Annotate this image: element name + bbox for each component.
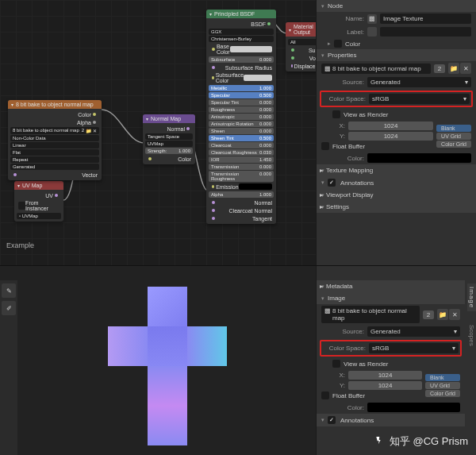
gen-type-buttons[interactable]: Blank UV Grid Color Grid	[436, 125, 471, 148]
socket-label: Color	[78, 112, 91, 118]
node-side-panel: Node Name: ▩ Image Texture Label: ▸ Colo…	[316, 0, 476, 265]
section-texture-mapping[interactable]: ▸ Texture Mapping	[317, 164, 476, 176]
image-field[interactable]: 8 bit bake to object normal map 2📁✕	[10, 127, 99, 134]
node-uv-map[interactable]: UV Map UV From Instancer ▫ UVMap	[14, 181, 63, 222]
float-buffer-checkbox[interactable]	[321, 142, 329, 150]
colorspace-dropdown[interactable]: sRGB▾	[369, 343, 459, 353]
unlink-icon[interactable]: ✕	[449, 309, 460, 320]
socket-label: Displacement	[294, 64, 316, 69]
source-label: Source:	[321, 328, 364, 335]
node-principled-bsdf[interactable]: Principled BSDF BSDF GGX Christensen-Bur…	[206, 10, 276, 224]
colorspace-label: Color Space:	[323, 95, 366, 102]
browse-icon[interactable]: 📁	[437, 309, 448, 320]
gen-blank[interactable]: Blank	[436, 125, 471, 132]
gen-colorgrid[interactable]: Color Grid	[425, 390, 460, 397]
browse-icon[interactable]: 📁	[448, 63, 459, 74]
proj-dropdown[interactable]: Flat	[10, 149, 99, 156]
watermark: 知乎 @CG Prism	[374, 434, 468, 449]
source-dropdown[interactable]: Generated▾	[367, 77, 471, 87]
socket-label: BSDF	[251, 21, 266, 27]
view-as-render-checkbox[interactable]	[332, 110, 340, 118]
section-properties[interactable]: Properties	[317, 49, 476, 61]
node-header[interactable]: 8 bit bake to object normal map	[8, 100, 102, 109]
socket-label: Surface	[309, 48, 316, 53]
colorspace-label: Color Space:	[323, 345, 366, 352]
node-image-texture[interactable]: 8 bit bake to object normal map Color Al…	[8, 100, 102, 180]
section-settings[interactable]: ▸ Settings	[317, 201, 476, 213]
colorspace-highlight: Color Space: sRGB▾	[320, 91, 473, 107]
color-label: Color	[345, 40, 360, 48]
tool-sample[interactable]: ✎	[2, 283, 16, 298]
y-field[interactable]: 1024	[348, 132, 433, 141]
name-field[interactable]: Image Texture	[380, 13, 471, 24]
image-datablock[interactable]: ▩8 bit bake to object normal map	[321, 64, 431, 74]
color-checkbox[interactable]	[334, 40, 342, 48]
x-field[interactable]: 1024	[348, 121, 433, 130]
gen-type-buttons[interactable]: Blank UV Grid Color Grid	[425, 374, 460, 397]
users-count[interactable]: 2	[423, 310, 434, 319]
gen-blank[interactable]: Blank	[425, 374, 460, 381]
section-node[interactable]: Node	[317, 0, 476, 12]
x-label: X:	[321, 122, 345, 129]
users-count[interactable]: 2	[434, 64, 445, 73]
y-field[interactable]: 1024	[348, 381, 422, 390]
uvmap-field[interactable]: UVMap	[145, 141, 193, 147]
section-viewport-display[interactable]: ▸ Viewport Display	[317, 189, 476, 201]
vtab-image[interactable]: Image	[467, 283, 476, 311]
target-dropdown[interactable]: All	[288, 39, 316, 45]
view-as-render-label: View as Render	[344, 361, 388, 368]
sss-dropdown[interactable]: Christensen-Burley	[209, 36, 274, 42]
color-label: Color:	[321, 404, 364, 411]
colorspace-dropdown[interactable]: Non-Color Data	[10, 135, 99, 141]
y-label: Y:	[321, 133, 345, 140]
source-dropdown[interactable]: Generated	[10, 164, 99, 170]
view-as-render-checkbox[interactable]	[332, 360, 340, 368]
section-annotations[interactable]: Annotations	[317, 176, 476, 189]
node-editor[interactable]: UV Map UV From Instancer ▫ UVMap 8 bit b…	[0, 0, 316, 265]
x-label: X:	[321, 372, 345, 379]
source-label: Source:	[321, 79, 364, 86]
from-instancer-checkbox[interactable]	[18, 202, 25, 210]
socket-label: Vector	[82, 172, 98, 178]
interp-dropdown[interactable]: Linear	[10, 142, 99, 148]
color-swatch[interactable]	[367, 153, 471, 163]
node-normal-map[interactable]: Normal Map Normal Tangent Space UVMap St…	[143, 114, 195, 164]
node-material-output[interactable]: Material Output All Surface Volume Displ…	[286, 22, 316, 71]
zhihu-icon	[374, 435, 386, 448]
image-viewport[interactable]: ✎ ✐	[0, 266, 316, 455]
ext-dropdown[interactable]: Repeat	[10, 156, 99, 163]
label-field[interactable]	[380, 27, 471, 37]
strength-slider[interactable]: Strength:1.000	[145, 148, 193, 154]
socket-label: Normal	[167, 126, 185, 132]
source-dropdown[interactable]: Generated▾	[367, 326, 460, 337]
gen-uvgrid[interactable]: UV Grid	[425, 382, 460, 389]
float-buffer-label: Float Buffer	[332, 143, 365, 150]
socket-label: Color	[178, 156, 191, 162]
section-image[interactable]: Image	[317, 292, 465, 304]
colorspace-dropdown[interactable]: sRGB▾	[369, 94, 470, 104]
name-label: Name:	[321, 15, 364, 22]
colorspace-highlight: Color Space: sRGB▾	[320, 340, 462, 357]
label: From Instancer	[25, 200, 60, 211]
gen-uvgrid[interactable]: UV Grid	[436, 133, 471, 140]
tool-annotate[interactable]: ✐	[2, 301, 16, 315]
vtab-scopes[interactable]: Scopes	[467, 322, 476, 349]
gen-colorgrid[interactable]: Color Grid	[436, 141, 471, 148]
image-datablock[interactable]: ▩8 bit bake to object normal map	[321, 306, 420, 323]
label-label: Label:	[321, 29, 364, 36]
dist-dropdown[interactable]: GGX	[209, 29, 274, 35]
uvmap-dropdown[interactable]: ▫ UVMap	[17, 213, 61, 219]
node-header[interactable]: Normal Map	[143, 114, 195, 123]
node-header[interactable]: Principled BSDF	[206, 10, 276, 18]
space-dropdown[interactable]: Tangent Space	[145, 133, 193, 140]
x-field[interactable]: 1024	[348, 371, 422, 380]
color-swatch[interactable]	[367, 403, 460, 412]
node-header[interactable]: UV Map	[14, 181, 63, 190]
node-header[interactable]: Material Output	[286, 22, 316, 37]
float-buffer-checkbox[interactable]	[321, 391, 329, 399]
tool-strip: ✎ ✐	[0, 280, 17, 455]
section-annotations[interactable]: Annotations	[317, 414, 465, 426]
socket-label: Alpha	[77, 120, 91, 125]
unlink-icon[interactable]: ✕	[460, 63, 471, 74]
section-metadata[interactable]: ▸ Metadata	[317, 280, 465, 292]
